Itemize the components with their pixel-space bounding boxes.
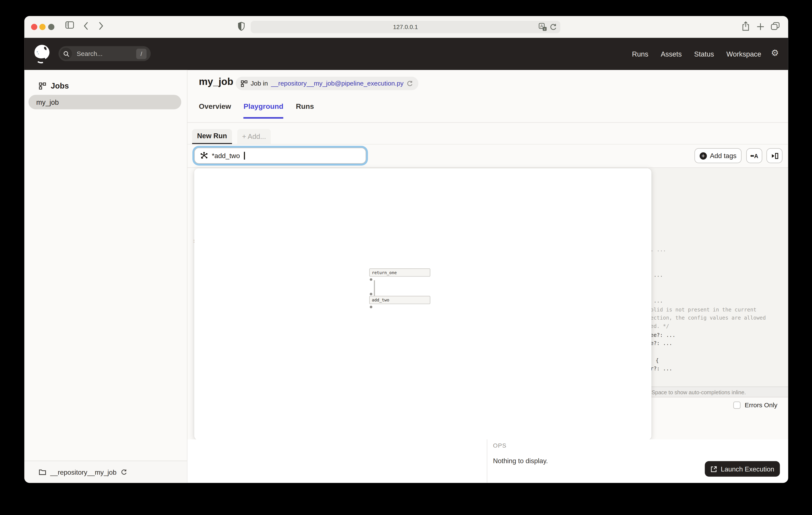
- sidebar-item-label: my_job: [36, 98, 59, 106]
- new-run-tab[interactable]: New Run: [192, 129, 232, 144]
- bottom-panel-divider: [487, 439, 487, 483]
- expand-panel-button[interactable]: [766, 148, 782, 163]
- svg-text:x: x: [544, 27, 546, 31]
- app-header: / Runs Assets Status Workspace ⚙: [24, 38, 788, 70]
- output-port-dot: [370, 306, 372, 308]
- tab-overview[interactable]: Overview: [199, 102, 231, 118]
- playground-workspace: : { . ... { : ... : ... solid is not pre…: [187, 167, 788, 439]
- tab-playground[interactable]: Playground: [243, 102, 283, 118]
- launch-execution-button[interactable]: Launch Execution: [705, 461, 780, 477]
- jobs-sidebar: Jobs my_job __repository__my_job: [24, 70, 187, 483]
- url-text: 127.0.0.1: [393, 24, 418, 30]
- code-line: . ...: [650, 247, 666, 252]
- sidebar-toggle-icon[interactable]: [65, 21, 75, 29]
- close-window-button[interactable]: [31, 24, 37, 30]
- graph-node-add-two[interactable]: add_two: [369, 296, 431, 304]
- autocomplete-letter: A: [754, 153, 758, 159]
- new-run-tab-label: New Run: [197, 132, 227, 140]
- plus-circle-icon: +: [700, 152, 707, 159]
- graph-canvas[interactable]: return_one add_two: [194, 168, 651, 440]
- search-input[interactable]: [76, 50, 129, 58]
- global-search[interactable]: /: [58, 46, 150, 61]
- dagster-logo[interactable]: [32, 44, 52, 64]
- errors-only-row: Errors Only: [648, 402, 788, 409]
- graph-node-return-one[interactable]: return_one: [369, 268, 431, 277]
- zoom-window-button[interactable]: [48, 24, 54, 30]
- sidebar-item-my-job[interactable]: my_job: [29, 95, 181, 109]
- graph-edge: [374, 280, 375, 296]
- tab-overview-icon[interactable]: [771, 22, 780, 30]
- breadcrumb-prefix: Job in: [251, 80, 268, 87]
- main-content: my_job Job in __repository__my_job@pipel…: [187, 70, 788, 483]
- output-port-dot: [370, 278, 372, 281]
- folder-icon: [39, 469, 46, 475]
- breadcrumb-repo-link[interactable]: __repository__my_job@pipeline_execution.…: [271, 80, 403, 87]
- forward-button[interactable]: [98, 22, 104, 30]
- play-panel-icon: [770, 152, 779, 160]
- autocomplete-button[interactable]: ••A: [746, 148, 762, 163]
- sidebar-section-header: Jobs: [39, 81, 69, 90]
- nav-runs[interactable]: Runs: [632, 50, 648, 58]
- page-title: my_job: [199, 76, 233, 87]
- add-run-config-tab[interactable]: + Add...: [237, 129, 271, 144]
- repository-name: __repository__my_job: [50, 468, 117, 476]
- autocomplete-hint-bar: +Space to show auto-completions inline.: [648, 386, 788, 398]
- top-nav: Runs Assets Status Workspace: [632, 38, 761, 70]
- share-icon[interactable]: [742, 21, 750, 31]
- external-link-icon: [710, 465, 717, 472]
- repository-footer[interactable]: __repository__my_job: [24, 461, 187, 483]
- bottom-panel: OPS Nothing to display. Launch Execution: [187, 439, 788, 483]
- add-tags-button[interactable]: + Add tags: [695, 148, 742, 163]
- privacy-shield-icon[interactable]: [238, 22, 245, 31]
- address-bar[interactable]: 127.0.0.1 A x: [251, 21, 560, 33]
- add-tab-label: + Add...: [242, 133, 266, 140]
- reload-repository-icon[interactable]: [121, 469, 127, 476]
- translate-icon[interactable]: A x: [539, 23, 547, 31]
- svg-text:A: A: [540, 24, 543, 28]
- nav-assets[interactable]: Assets: [661, 50, 682, 58]
- run-tabs-divider: [187, 144, 788, 144]
- text-caret: [244, 152, 245, 160]
- config-editor[interactable]: [648, 168, 788, 386]
- errors-only-checkbox[interactable]: [733, 402, 741, 409]
- autocomplete-hint-text: +Space to show auto-completions inline.: [648, 389, 746, 395]
- breadcrumb: Job in __repository__my_job@pipeline_exe…: [236, 77, 418, 90]
- browser-toolbar: 127.0.0.1 A x: [24, 16, 788, 38]
- desktop: 127.0.0.1 A x: [0, 0, 812, 515]
- page-tabs: Overview Playground Runs: [199, 102, 314, 118]
- back-button[interactable]: [83, 22, 88, 30]
- settings-gear-icon[interactable]: ⚙: [771, 49, 779, 57]
- autocomplete-dots-icon: ••: [750, 152, 754, 159]
- search-icon: [60, 48, 72, 59]
- tab-runs[interactable]: Runs: [296, 102, 314, 118]
- search-shortcut-badge: /: [136, 48, 147, 59]
- browser-window: 127.0.0.1 A x: [24, 16, 788, 483]
- reload-icon[interactable]: [550, 23, 557, 31]
- jobs-icon: [39, 82, 46, 89]
- code-line: lection, the config values are allowed: [647, 315, 766, 321]
- sidebar-title: Jobs: [51, 81, 69, 90]
- code-line: solid is not present in the current: [647, 307, 757, 313]
- errors-only-label: Errors Only: [745, 402, 777, 409]
- op-selector-icon: [200, 152, 208, 160]
- code-line: ree?: ...: [647, 332, 675, 338]
- nav-workspace[interactable]: Workspace: [726, 50, 761, 58]
- ops-empty-message: Nothing to display.: [493, 457, 548, 465]
- op-selector-value: *add_two: [212, 152, 240, 160]
- input-port-dot: [370, 293, 372, 295]
- job-icon: [241, 80, 248, 87]
- op-selector-input[interactable]: *add_two: [194, 147, 366, 164]
- add-tags-label: Add tags: [710, 152, 736, 160]
- breadcrumb-reload-icon[interactable]: [407, 80, 413, 87]
- launch-execution-label: Launch Execution: [721, 465, 774, 473]
- nav-status[interactable]: Status: [694, 50, 714, 58]
- minimize-window-button[interactable]: [39, 24, 46, 30]
- tabs-divider: [187, 122, 788, 123]
- new-tab-icon[interactable]: [757, 23, 764, 30]
- ops-section-label: OPS: [493, 442, 506, 449]
